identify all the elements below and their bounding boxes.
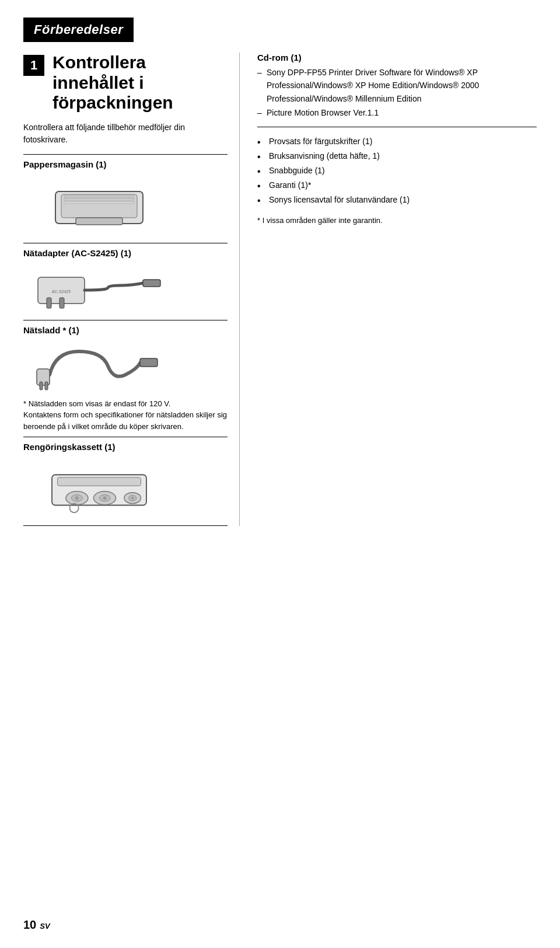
- cdrom-item-1-text: Sony DPP-FP55 Printer Driver Software fö…: [267, 68, 479, 103]
- svg-rect-5: [76, 218, 123, 225]
- right-divider: [257, 127, 537, 127]
- right-column: Cd-rom (1) Sony DPP-FP55 Printer Driver …: [239, 53, 537, 526]
- item-label-rengoring: Rengöringskassett (1): [23, 442, 228, 452]
- svg-rect-13: [45, 382, 48, 390]
- asterisk-note: * I vissa områden gäller inte garantin.: [257, 215, 537, 226]
- section-number: 1: [23, 55, 44, 76]
- natsladd-footnote: * Nätsladden som visas är endast för 120…: [23, 398, 228, 433]
- cdrom-section: Cd-rom (1) Sony DPP-FP55 Printer Driver …: [257, 53, 537, 120]
- bullet-item-2: Bruksanvisning (detta häfte, 1): [257, 149, 537, 163]
- natadapter-svg: AC-S2425: [32, 266, 166, 312]
- page-num: 10: [23, 918, 36, 932]
- bullet-item-3: Snabbguide (1): [257, 163, 537, 178]
- cdrom-list: Sony DPP-FP55 Printer Driver Software fö…: [257, 66, 537, 120]
- item-rengoring: Rengöringskassett (1): [23, 437, 228, 521]
- section-heading: 1 Kontrollera innehållet i förpackningen: [23, 53, 228, 113]
- item-label-pappersmagasin: Pappersmagasin (1): [23, 159, 228, 169]
- svg-rect-16: [58, 478, 141, 486]
- item-label-natsladd: Nätsladd * (1): [23, 325, 228, 335]
- bullet-item-3-text: Snabbguide (1): [269, 166, 325, 175]
- svg-rect-4: [64, 201, 134, 204]
- bullet-item-5: Sonys licensavtal för slutanvändare (1): [257, 193, 537, 207]
- svg-text:AC-S2425: AC-S2425: [52, 290, 71, 294]
- image-natadapter: AC-S2425: [29, 263, 169, 315]
- pappersmagasin-svg: [44, 177, 155, 235]
- bullet-item-4-text: Garanti (1)*: [269, 180, 311, 190]
- bullet-item-1: Provsats för färgutskrifter (1): [257, 134, 537, 149]
- svg-rect-3: [64, 198, 134, 201]
- cdrom-title: Cd-rom (1): [257, 53, 537, 62]
- page-header: Förberedelser: [23, 18, 134, 42]
- svg-rect-7: [47, 298, 51, 308]
- svg-rect-14: [140, 358, 158, 367]
- page-lang: SV: [40, 922, 50, 930]
- svg-point-25: [131, 497, 134, 500]
- header-title: Förberedelser: [34, 22, 123, 37]
- svg-rect-12: [40, 382, 43, 390]
- item-label-natadapter: Nätadapter (AC-S2425) (1): [23, 248, 228, 258]
- svg-rect-9: [143, 280, 160, 287]
- natsladd-note: Kontaktens form och specifikationer för …: [23, 409, 228, 432]
- bullet-item-4: Garanti (1)*: [257, 178, 537, 193]
- item-natadapter: Nätadapter (AC-S2425) (1) A: [23, 243, 228, 315]
- cdrom-item-2-text: Picture Motion Browser Ver.1.1: [267, 108, 379, 117]
- page-number-area: 10 SV: [23, 918, 50, 932]
- svg-point-19: [75, 496, 79, 500]
- natsladd-svg: [32, 340, 166, 392]
- image-natsladd: [29, 340, 169, 392]
- item-natsladd: Nätsladd * (1): [23, 320, 228, 392]
- bullet-list: Provsats för färgutskrifter (1) Bruksanv…: [257, 134, 537, 208]
- cdrom-item-1: Sony DPP-FP55 Printer Driver Software fö…: [257, 66, 537, 105]
- svg-point-22: [103, 496, 107, 500]
- page: Förberedelser 1 Kontrollera innehållet i…: [0, 0, 560, 948]
- left-column: 1 Kontrollera innehållet i förpackningen…: [23, 53, 239, 526]
- item-pappersmagasin: Pappersmagasin (1): [23, 154, 228, 238]
- main-content: 1 Kontrollera innehållet i förpackningen…: [23, 53, 537, 526]
- cdrom-item-2: Picture Motion Browser Ver.1.1: [257, 106, 537, 119]
- bullet-item-2-text: Bruksanvisning (detta häfte, 1): [269, 151, 380, 161]
- image-rengoring: [41, 456, 158, 521]
- rengoring-svg: [41, 456, 158, 521]
- natsladd-asterisk: * Nätsladden som visas är endast för 120…: [23, 398, 228, 410]
- section-title: Kontrollera innehållet i förpackningen: [52, 53, 228, 113]
- bullet-item-5-text: Sonys licensavtal för slutanvändare (1): [269, 195, 410, 204]
- svg-rect-2: [64, 196, 134, 198]
- image-pappersmagasin: [41, 174, 158, 238]
- svg-rect-8: [60, 298, 64, 308]
- bullet-item-1-text: Provsats för färgutskrifter (1): [269, 137, 372, 146]
- intro-text: Kontrollera att följande tillbehör medfö…: [23, 121, 222, 146]
